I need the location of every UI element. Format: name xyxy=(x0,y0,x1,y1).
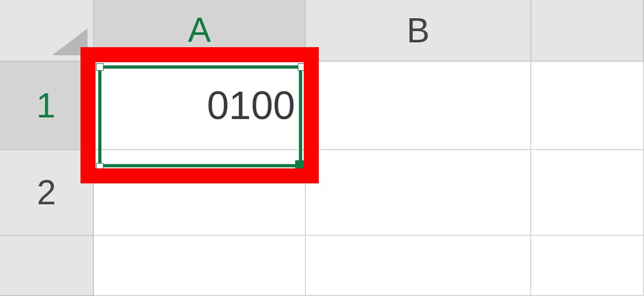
column-header-label: A xyxy=(188,10,211,50)
selection-handle-icon xyxy=(298,63,305,71)
row-header-label: 1 xyxy=(36,86,56,125)
select-all-triangle-icon xyxy=(52,28,87,55)
cell-C3[interactable] xyxy=(531,236,644,296)
cell-B2[interactable] xyxy=(306,150,531,236)
column-header-B[interactable]: B xyxy=(306,0,531,62)
row-header-label: 2 xyxy=(37,173,56,212)
column-header-label: B xyxy=(407,11,430,50)
column-header-A[interactable]: A xyxy=(94,0,306,62)
row-header-2[interactable]: 2 xyxy=(0,150,94,236)
row-header-3[interactable] xyxy=(0,236,94,296)
cell-C1[interactable] xyxy=(531,62,644,150)
row-header-1[interactable]: 1 xyxy=(0,62,94,150)
cell-value: 0100 xyxy=(207,83,295,128)
selection-handle-icon xyxy=(96,63,104,71)
cell-A3[interactable] xyxy=(94,236,306,296)
cell-A1[interactable]: 0100 xyxy=(94,62,306,150)
cell-A2[interactable] xyxy=(94,150,306,236)
selection-handle-icon xyxy=(96,163,104,171)
select-all-corner[interactable] xyxy=(0,0,94,62)
spreadsheet: A B 1 2 0100 xyxy=(0,0,644,296)
cell-C2[interactable] xyxy=(531,150,644,236)
fill-handle[interactable] xyxy=(295,160,306,171)
column-header-C[interactable] xyxy=(531,0,644,62)
cell-B3[interactable] xyxy=(306,236,531,296)
cell-B1[interactable] xyxy=(306,62,531,150)
